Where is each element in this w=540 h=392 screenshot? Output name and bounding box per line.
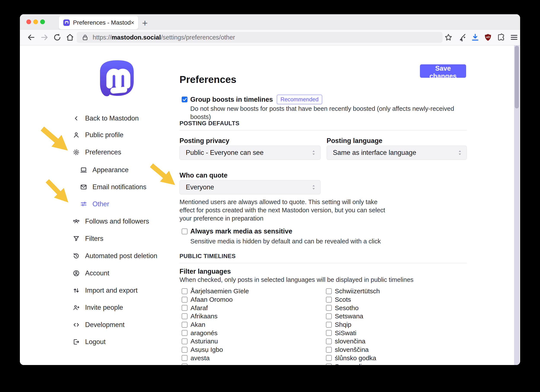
- language-option[interactable]: slovenščina: [326, 346, 380, 354]
- language-checkbox[interactable]: [182, 338, 187, 344]
- language-checkbox[interactable]: [326, 297, 332, 303]
- language-checkbox[interactable]: [326, 305, 332, 311]
- sensitive-media-label: Always mark media as sensitive: [190, 228, 292, 235]
- language-checkbox[interactable]: [182, 313, 187, 319]
- tab-close-icon[interactable]: ×: [130, 19, 134, 26]
- extensions-puzzle-icon[interactable]: [496, 33, 506, 42]
- sidebar-item-invite-people[interactable]: Invite people: [72, 303, 123, 312]
- reload-button[interactable]: [52, 33, 62, 42]
- language-option[interactable]: Setswana: [326, 312, 380, 321]
- filter-languages-label: Filter languages: [180, 268, 231, 275]
- language-option[interactable]: slovenčina: [326, 337, 380, 346]
- recommended-badge: Recommended: [277, 94, 322, 104]
- language-option[interactable]: Soomaaliga: [326, 362, 380, 365]
- sidebar-item-other[interactable]: Other: [80, 199, 109, 209]
- posting-defaults-heading: POSTING DEFAULTS: [180, 120, 240, 127]
- person-add-icon: [72, 303, 80, 312]
- language-checkbox[interactable]: [182, 288, 187, 294]
- who-can-quote-select[interactable]: Everyone: [180, 180, 320, 194]
- language-option[interactable]: Asturianu: [182, 337, 249, 346]
- language-checkbox[interactable]: [326, 347, 332, 353]
- language-option[interactable]: Åarjelsaemien Gïele: [182, 287, 249, 295]
- person-icon: [72, 131, 80, 139]
- language-option[interactable]: Afrikaans: [182, 312, 249, 321]
- posting-privacy-label: Posting privacy: [180, 137, 229, 145]
- language-checkbox[interactable]: [326, 313, 332, 319]
- language-checkbox[interactable]: [326, 363, 332, 365]
- language-option[interactable]: aragonés: [182, 329, 249, 337]
- close-window-button[interactable]: [26, 20, 31, 24]
- sidebar-item-filters[interactable]: Filters: [72, 234, 103, 243]
- sidebar-item-email-notifications[interactable]: Email notifications: [80, 182, 146, 192]
- minimize-window-button[interactable]: [33, 20, 38, 24]
- save-changes-button[interactable]: Save changes: [420, 64, 466, 78]
- language-checkbox[interactable]: [182, 330, 187, 336]
- select-chevrons-icon: [311, 146, 316, 160]
- sensitive-media-checkbox[interactable]: [182, 228, 187, 234]
- language-option[interactable]: Schwiizertütsch: [326, 287, 380, 295]
- posting-privacy-select[interactable]: Public - Everyone can see: [180, 146, 320, 160]
- language-option[interactable]: Afaraf: [182, 304, 249, 312]
- forward-button[interactable]: [40, 33, 49, 42]
- filter-languages-description: When checked, only posts in selected lan…: [180, 276, 467, 284]
- language-checkbox[interactable]: [182, 297, 187, 303]
- language-checkbox[interactable]: [182, 355, 187, 361]
- menu-hamburger-icon[interactable]: [509, 33, 519, 42]
- cleaner-broom-icon[interactable]: [457, 33, 467, 42]
- who-can-quote-description: Mentioned users are always allowed to qu…: [180, 198, 390, 223]
- browser-window: Preferences - Mastodon × + https://masto…: [20, 14, 520, 365]
- sidebar-item-appearance[interactable]: Appearance: [80, 165, 129, 175]
- scrollbar-thumb[interactable]: [515, 46, 519, 109]
- sidebar-item-import-and-export[interactable]: Import and export: [72, 286, 138, 295]
- logout-icon: [72, 338, 80, 346]
- language-checkbox[interactable]: [326, 330, 332, 336]
- sidebar-item-automated-post-deletion[interactable]: Automated post deletion: [72, 251, 157, 261]
- language-option[interactable]: Akan: [182, 321, 249, 329]
- section-divider: [180, 130, 467, 130]
- bookmark-star-icon[interactable]: [444, 33, 453, 42]
- gear-icon: [72, 148, 80, 156]
- zoom-window-button[interactable]: [40, 20, 45, 24]
- group-boosts-checkbox[interactable]: [182, 97, 187, 102]
- download-icon[interactable]: [470, 33, 480, 42]
- language-option[interactable]: Asụsụ Igbo: [182, 346, 249, 354]
- ublock-shield-icon[interactable]: uO: [483, 33, 493, 42]
- language-checkbox[interactable]: [326, 338, 332, 344]
- sidebar-item-development[interactable]: Development: [72, 320, 125, 330]
- back-button[interactable]: [26, 33, 36, 42]
- url-path: /settings/preferences/other: [161, 34, 235, 41]
- language-option[interactable]: SiSwati: [326, 329, 380, 337]
- envelope-icon: [80, 183, 88, 191]
- sidebar-item-public-profile[interactable]: Public profile: [72, 130, 123, 140]
- language-option[interactable]: Afaan Oromoo: [182, 295, 249, 304]
- chevron-left-icon: [72, 114, 80, 123]
- language-checkbox[interactable]: [326, 288, 332, 294]
- sidebar-item-follows-and-followers[interactable]: Follows and followers: [72, 217, 149, 226]
- posting-language-select[interactable]: Same as interface language: [327, 146, 467, 160]
- language-option[interactable]: ślůnsko godka: [326, 354, 380, 362]
- browser-tab[interactable]: Preferences - Mastodon ×: [59, 16, 138, 29]
- language-checkbox[interactable]: [326, 355, 332, 361]
- new-tab-button[interactable]: +: [142, 18, 148, 29]
- language-option[interactable]: Scots: [326, 295, 380, 304]
- section-divider: [180, 263, 467, 263]
- sidebar-item-preferences[interactable]: Preferences: [72, 148, 121, 157]
- language-checkbox[interactable]: [326, 322, 332, 328]
- sidebar-item-logout[interactable]: Logout: [72, 337, 106, 347]
- language-checkbox[interactable]: [182, 305, 187, 311]
- monitor-icon: [80, 166, 88, 174]
- public-timelines-heading: PUBLIC TIMELINES: [180, 253, 236, 260]
- language-list-right: Schwiizertütsch Scots Sesotho Setswana S…: [326, 287, 380, 365]
- language-option[interactable]: aymar aru: [182, 362, 249, 365]
- sidebar-item-back-to-mastodon[interactable]: Back to Mastodon: [72, 114, 139, 123]
- language-checkbox[interactable]: [182, 347, 187, 353]
- home-button[interactable]: [65, 33, 75, 42]
- language-option[interactable]: Shqip: [326, 321, 380, 329]
- select-chevrons-icon: [311, 180, 316, 194]
- language-option[interactable]: Sesotho: [326, 304, 380, 312]
- sidebar-item-account[interactable]: Account: [72, 268, 109, 278]
- url-bar[interactable]: https://mastodon.social/settings/prefere…: [77, 32, 443, 43]
- language-checkbox[interactable]: [182, 363, 187, 365]
- language-checkbox[interactable]: [182, 322, 187, 328]
- language-option[interactable]: avesta: [182, 354, 249, 362]
